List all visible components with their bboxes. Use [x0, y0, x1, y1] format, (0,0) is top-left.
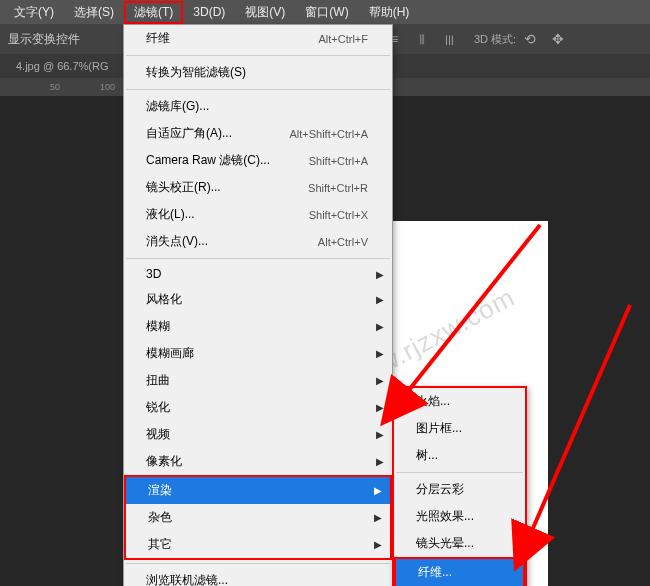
submenu-fibers[interactable]: 纤维...	[396, 559, 523, 586]
chevron-right-icon: ▶	[376, 348, 384, 359]
menu-help[interactable]: 帮助(H)	[359, 1, 420, 24]
menu-blur-gallery[interactable]: 模糊画廊▶	[124, 340, 392, 367]
menu-view[interactable]: 视图(V)	[235, 1, 295, 24]
separator	[126, 89, 390, 90]
submenu-clouds-diff[interactable]: 分层云彩	[394, 476, 525, 503]
separator	[396, 472, 523, 473]
menu-sharpen[interactable]: 锐化▶	[124, 394, 392, 421]
pan-icon[interactable]: ✥	[548, 29, 568, 49]
menu-last-filter[interactable]: 纤维 Alt+Ctrl+F	[124, 25, 392, 52]
ruler-tick: 50	[50, 82, 60, 92]
separator	[126, 563, 390, 564]
menu-other[interactable]: 其它▶	[126, 531, 390, 558]
menu-3d-cat[interactable]: 3D▶	[124, 262, 392, 286]
menu-distort[interactable]: 扭曲▶	[124, 367, 392, 394]
submenu-picture-frame[interactable]: 图片框...	[394, 415, 525, 442]
submenu-tree[interactable]: 树...	[394, 442, 525, 469]
align-icon[interactable]: ⫼	[440, 29, 460, 49]
menu-filter[interactable]: 滤镜(T)	[124, 1, 183, 24]
chevron-right-icon: ▶	[374, 485, 382, 496]
chevron-right-icon: ▶	[374, 512, 382, 523]
chevron-right-icon: ▶	[374, 539, 382, 550]
menu-pixelate[interactable]: 像素化▶	[124, 448, 392, 475]
menu-camera-raw[interactable]: Camera Raw 滤镜(C)...Shift+Ctrl+A	[124, 147, 392, 174]
menu-video[interactable]: 视频▶	[124, 421, 392, 448]
toolbar-label: 显示变换控件	[8, 31, 80, 48]
chevron-right-icon: ▶	[376, 269, 384, 280]
menu-lens[interactable]: 镜头校正(R)...Shift+Ctrl+R	[124, 174, 392, 201]
menu-browse-online[interactable]: 浏览联机滤镜...	[124, 567, 392, 586]
chevron-right-icon: ▶	[376, 429, 384, 440]
menu-text[interactable]: 文字(Y)	[4, 1, 64, 24]
menu-3d[interactable]: 3D(D)	[183, 2, 235, 22]
menu-select[interactable]: 选择(S)	[64, 1, 124, 24]
menu-vanish[interactable]: 消失点(V)...Alt+Ctrl+V	[124, 228, 392, 255]
menu-noise[interactable]: 杂色▶	[126, 504, 390, 531]
document-tab[interactable]: 4.jpg @ 66.7%(RG	[8, 60, 117, 72]
filter-dropdown: 纤维 Alt+Ctrl+F 转换为智能滤镜(S) 滤镜库(G)... 自适应广角…	[123, 24, 393, 586]
ruler-tick: 100	[100, 82, 115, 92]
menubar: 文字(Y) 选择(S) 滤镜(T) 3D(D) 视图(V) 窗口(W) 帮助(H…	[0, 0, 650, 24]
menu-render[interactable]: 渲染▶	[126, 477, 390, 504]
menu-stylize[interactable]: 风格化▶	[124, 286, 392, 313]
align-icon[interactable]: ⫴	[412, 29, 432, 49]
menu-window[interactable]: 窗口(W)	[295, 1, 358, 24]
separator	[126, 258, 390, 259]
chevron-right-icon: ▶	[376, 294, 384, 305]
separator	[126, 55, 390, 56]
chevron-right-icon: ▶	[376, 402, 384, 413]
submenu-flame[interactable]: 火焰...	[394, 388, 525, 415]
mode-3d-label: 3D 模式:	[474, 32, 516, 47]
chevron-right-icon: ▶	[376, 375, 384, 386]
orbit-icon[interactable]: ⟲	[520, 29, 540, 49]
menu-convert-smart[interactable]: 转换为智能滤镜(S)	[124, 59, 392, 86]
menu-liquify[interactable]: 液化(L)...Shift+Ctrl+X	[124, 201, 392, 228]
menu-adaptive[interactable]: 自适应广角(A)...Alt+Shift+Ctrl+A	[124, 120, 392, 147]
chevron-right-icon: ▶	[376, 321, 384, 332]
submenu-lighting[interactable]: 光照效果...	[394, 503, 525, 530]
submenu-lens-flare[interactable]: 镜头光晕...	[394, 530, 525, 557]
menu-blur[interactable]: 模糊▶	[124, 313, 392, 340]
chevron-right-icon: ▶	[376, 456, 384, 467]
render-submenu: 火焰... 图片框... 树... 分层云彩 光照效果... 镜头光晕... 纤…	[392, 386, 527, 586]
menu-filter-gallery[interactable]: 滤镜库(G)...	[124, 93, 392, 120]
